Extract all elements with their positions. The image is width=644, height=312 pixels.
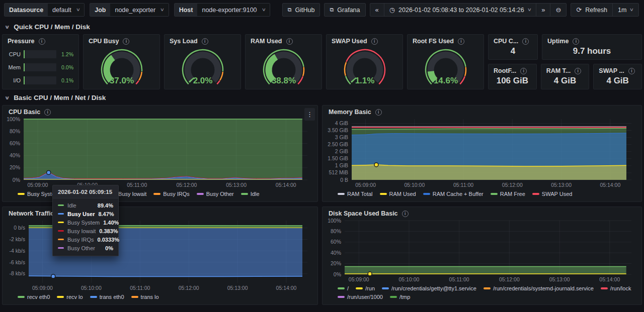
stat-value: 106 GiB bbox=[489, 74, 536, 89]
legend-item[interactable]: RAM Used bbox=[380, 190, 416, 198]
link-label: Grafana bbox=[337, 7, 360, 14]
info-icon[interactable]: i bbox=[458, 38, 464, 45]
variable-host[interactable]: Hostnode-exporter:9100∨ bbox=[174, 3, 270, 17]
legend-item[interactable]: RAM Total bbox=[338, 190, 373, 198]
info-icon[interactable]: i bbox=[39, 38, 45, 45]
info-icon[interactable]: i bbox=[520, 68, 527, 74]
legend-label: RAM Total bbox=[347, 190, 373, 198]
info-icon[interactable]: i bbox=[402, 211, 409, 217]
tooltip-row: Idle89.4% bbox=[53, 201, 118, 210]
pressure-bar-fill bbox=[24, 50, 25, 58]
legend-item[interactable]: / bbox=[338, 284, 349, 292]
collapse-chevron-icon: ∨ bbox=[4, 25, 10, 30]
legend-item[interactable]: SWAP Used bbox=[532, 190, 573, 198]
legend-label: SWAP Used bbox=[542, 190, 573, 198]
info-icon[interactable]: i bbox=[375, 109, 382, 116]
link-button-grafana[interactable]: ⧉Grafana bbox=[324, 3, 365, 17]
svg-text:38.8%: 38.8% bbox=[271, 76, 295, 85]
svg-text:-2 kb/s: -2 kb/s bbox=[9, 236, 25, 242]
svg-text:0 B: 0 B bbox=[340, 177, 348, 183]
panel-title: Sys Load bbox=[170, 38, 198, 45]
panel-menu-button[interactable]: ⋮ bbox=[304, 108, 315, 121]
pressure-bar-fill bbox=[24, 76, 25, 84]
variable-value[interactable]: default∨ bbox=[48, 4, 84, 16]
refresh-button[interactable]: ⟳ Refresh bbox=[571, 4, 612, 16]
legend-item[interactable]: trans lo bbox=[131, 293, 159, 301]
legend-item[interactable]: /run/credentials/getty@tty1.service bbox=[382, 284, 476, 292]
info-icon[interactable]: i bbox=[522, 38, 529, 45]
legend-item[interactable]: RAM Cache + Buffer bbox=[423, 190, 484, 198]
legend-color-dash bbox=[484, 287, 491, 289]
svg-text:0 b/s: 0 b/s bbox=[14, 225, 25, 231]
svg-text:05:11:00: 05:11:00 bbox=[449, 276, 469, 282]
refresh-interval-value: 1m bbox=[618, 7, 626, 14]
section-quick-cpu-mem-disk[interactable]: ∨ Quick CPU / Mem / Disk bbox=[0, 19, 644, 34]
legend-item[interactable]: /tmp bbox=[390, 293, 410, 301]
section-basic-cpu-mem-net-disk[interactable]: ∨ Basic CPU / Mem / Net / Disk bbox=[0, 89, 644, 105]
double-chevron-right-icon: » bbox=[541, 7, 545, 13]
link-label: GitHub bbox=[295, 7, 315, 14]
legend-label: Busy IRQs bbox=[163, 190, 190, 198]
link-button-github[interactable]: ⧉GitHub bbox=[282, 3, 320, 17]
tooltip-series-value: 89.4% bbox=[98, 202, 113, 209]
svg-text:05:09:00: 05:09:00 bbox=[28, 182, 48, 188]
info-icon[interactable]: i bbox=[575, 68, 581, 74]
variable-job[interactable]: Jobnode_exporter∨ bbox=[90, 3, 169, 17]
info-icon[interactable]: i bbox=[202, 38, 208, 45]
legend-label: RAM Used bbox=[389, 190, 416, 198]
legend-item[interactable]: RAM Free bbox=[491, 190, 525, 198]
refresh-interval-dropdown[interactable]: 1m ∨ bbox=[612, 4, 638, 16]
legend-item[interactable]: trans eth0 bbox=[90, 293, 124, 301]
time-range-button[interactable]: ◷ 2026-01-02 05:08:43 to 2026-01-02 05:1… bbox=[384, 4, 536, 16]
legend-item[interactable]: Busy IRQs bbox=[153, 190, 190, 198]
stats-cluster: CPU C...i 4 Uptimei 9.7 hours RootF...i … bbox=[488, 34, 642, 89]
legend-label: /tmp bbox=[399, 293, 410, 301]
legend-item[interactable]: Busy Other bbox=[197, 190, 234, 198]
variable-value[interactable]: node-exporter:9100∨ bbox=[197, 4, 270, 16]
legend-item[interactable]: /run bbox=[356, 284, 375, 292]
pressure-row-value: 0.0% bbox=[59, 64, 73, 70]
legend-color-dash bbox=[382, 287, 389, 289]
info-icon[interactable]: i bbox=[44, 109, 51, 116]
series-color-dash bbox=[58, 239, 64, 240]
zoom-out-button[interactable]: ⊖ bbox=[550, 4, 566, 16]
legend-item[interactable]: /run/lock bbox=[601, 284, 631, 292]
variable-value[interactable]: node_exporter∨ bbox=[110, 4, 168, 16]
info-icon[interactable]: i bbox=[371, 38, 378, 45]
time-shift-back-button[interactable]: « bbox=[370, 4, 384, 16]
cpu-basic-plot[interactable]: 100%80%60%40%20%0%05:09:0005:10:0005:11:… bbox=[7, 116, 313, 189]
legend-item[interactable]: recv eth0 bbox=[18, 293, 50, 301]
legend-item[interactable]: /run/user/1000 bbox=[338, 293, 383, 301]
chevron-down-icon: ∨ bbox=[527, 8, 531, 12]
legend-label: Idle bbox=[251, 190, 260, 198]
legend-item[interactable]: Idle bbox=[241, 190, 260, 198]
variable-datasource[interactable]: Datasourcedefault∨ bbox=[4, 3, 85, 17]
info-icon[interactable]: i bbox=[628, 68, 635, 74]
info-icon[interactable]: i bbox=[286, 38, 293, 45]
gauge-panel-sys-load: Sys Loadi2.0% bbox=[164, 34, 241, 89]
legend-label: RAM Cache + Buffer bbox=[433, 190, 484, 198]
legend-item[interactable]: /run/credentials/systemd-journald.servic… bbox=[484, 284, 594, 292]
info-icon[interactable]: i bbox=[123, 38, 129, 45]
info-icon[interactable]: i bbox=[573, 38, 579, 45]
panel-title: Disk Space Used Basic bbox=[329, 210, 398, 217]
legend-label: /run/user/1000 bbox=[347, 293, 383, 301]
legend-label: RAM Free bbox=[500, 190, 525, 198]
gauge: 2.0% bbox=[165, 45, 240, 89]
pressure-panel: Pressure i CPU1.2%Mem0.0%I/O0.1% bbox=[2, 34, 79, 89]
svg-text:-6 kb/s: -6 kb/s bbox=[9, 259, 25, 265]
svg-text:37.0%: 37.0% bbox=[109, 76, 133, 85]
tooltip-row: Busy Iowait0.383% bbox=[53, 227, 118, 235]
pressure-row-label: Mem bbox=[7, 64, 21, 70]
panel-title: SWAP Used bbox=[332, 38, 367, 45]
tooltip-row: Busy System1.40% bbox=[53, 218, 118, 227]
legend-color-dash bbox=[131, 296, 138, 298]
time-shift-forward-button[interactable]: » bbox=[536, 4, 550, 16]
memory-basic-plot[interactable]: 4 GiB3.50 GiB3 GiB2.50 GiB2 GiB1.50 GiB1… bbox=[327, 116, 637, 189]
svg-text:-4 kb/s: -4 kb/s bbox=[9, 248, 25, 254]
disk-space-used-basic-plot[interactable]: 100%80%60%40%20%0%05:09:0005:10:0005:11:… bbox=[327, 217, 637, 284]
svg-text:80%: 80% bbox=[10, 128, 20, 134]
refresh-group: ⟳ Refresh 1m ∨ bbox=[571, 3, 639, 17]
legend-item[interactable]: recv lo bbox=[57, 293, 83, 301]
svg-text:60%: 60% bbox=[331, 239, 341, 245]
